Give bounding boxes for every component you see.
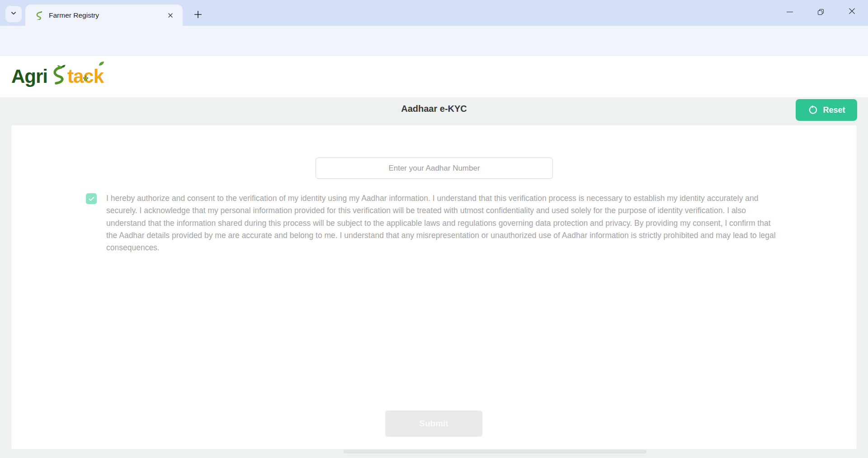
agristack-favicon-icon [34, 11, 43, 20]
tab-close-icon[interactable] [165, 10, 176, 21]
agristack-logo[interactable]: Agri tack [11, 63, 104, 90]
consent-text: I hereby authorize and consent to the ve… [106, 192, 778, 254]
window-restore-button[interactable] [810, 0, 831, 24]
close-icon [848, 7, 856, 17]
reset-button[interactable]: Reset [796, 99, 857, 121]
browser-titlebar: Farmer Registry [0, 0, 868, 26]
logo-plant-s-icon [51, 64, 66, 89]
logo-text-agri: Agri [11, 66, 47, 87]
browser-tab[interactable]: Farmer Registry [25, 5, 183, 26]
refresh-icon [807, 105, 817, 115]
page-body: Agri tack [0, 56, 868, 458]
window-close-button[interactable] [841, 0, 862, 24]
ekyc-form-card: I hereby authorize and consent to the ve… [11, 125, 857, 449]
minimize-icon [787, 12, 793, 12]
checkmark-icon [88, 195, 95, 203]
horizontal-scrollbar-thumb[interactable] [344, 450, 646, 453]
restore-icon [818, 9, 824, 15]
tab-search-button[interactable] [5, 6, 22, 22]
window-minimize-button[interactable] [779, 0, 800, 24]
chevron-down-icon [9, 9, 18, 19]
page-title: Aadhaar e-KYC [0, 104, 868, 114]
page-header-bar: Agri tack [0, 56, 868, 97]
consent-row: I hereby authorize and consent to the ve… [86, 192, 778, 254]
new-tab-button[interactable] [191, 7, 205, 22]
tab-title: Farmer Registry [49, 11, 165, 19]
logo-text-tack: tack [67, 66, 104, 87]
logo-stack-dots-icon [83, 64, 89, 86]
consent-checkbox[interactable] [86, 193, 97, 204]
browser-toolbar: mhfr.agristack.gov.in/farmer-registry-mh… [0, 26, 868, 56]
reset-label: Reset [823, 105, 845, 115]
submit-button[interactable]: Submit [385, 410, 482, 437]
aadhaar-number-input[interactable] [316, 157, 553, 179]
